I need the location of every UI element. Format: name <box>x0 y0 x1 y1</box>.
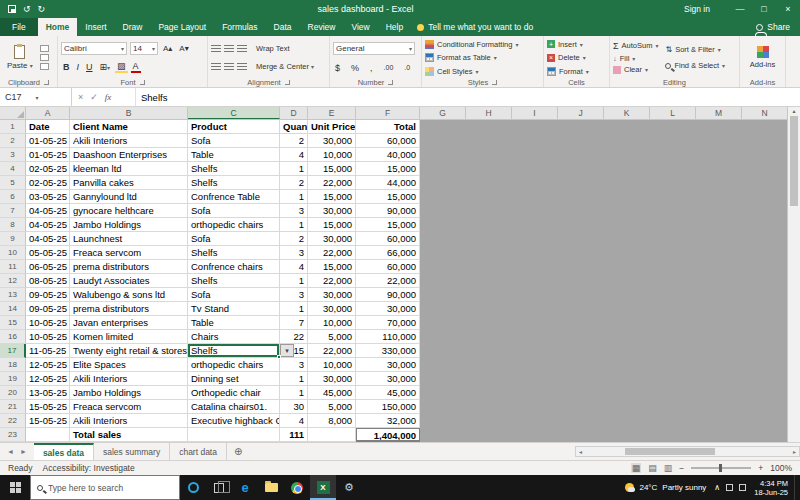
cell-B15[interactable]: Javan enterprises <box>70 316 188 330</box>
ribbon-tab-review[interactable]: Review <box>300 18 344 36</box>
cell-A9[interactable]: 04-05-25 <box>26 232 70 246</box>
select-all-corner[interactable] <box>0 107 26 119</box>
cell-B14[interactable]: prema distributors <box>70 302 188 316</box>
zoom-level[interactable]: 100% <box>770 463 792 473</box>
cell-F17[interactable]: 330,000 <box>356 344 420 358</box>
cell-D2[interactable]: 2 <box>280 134 308 148</box>
font-dialog-launcher[interactable] <box>140 80 145 85</box>
cell-D13[interactable]: 3 <box>280 288 308 302</box>
cell-B23[interactable]: Total sales <box>70 428 188 442</box>
addins-button[interactable]: Add-ins <box>750 60 775 69</box>
cell-F11[interactable]: 60,000 <box>356 260 420 274</box>
column-header-C[interactable]: C <box>188 107 280 119</box>
cell-B13[interactable]: Walubengo & sons ltd <box>70 288 188 302</box>
cortana-button[interactable] <box>180 475 206 500</box>
cell-A3[interactable]: 01-05-25 <box>26 148 70 162</box>
row-header-5[interactable]: 5 <box>0 176 26 190</box>
addins-icon[interactable] <box>757 46 769 58</box>
weather-widget[interactable]: 24°C Partly sunny <box>625 483 706 492</box>
page-layout-view-icon[interactable]: ▤ <box>648 463 657 473</box>
cell-C5[interactable]: Shelfs <box>188 176 280 190</box>
cell-B4[interactable]: kleeman ltd <box>70 162 188 176</box>
cell-F15[interactable]: 70,000 <box>356 316 420 330</box>
sort-filter-button[interactable]: ⇅Sort & Filter▾ <box>665 45 725 54</box>
taskbar-search-box[interactable]: Type here to search <box>30 475 180 500</box>
share-button[interactable]: Share <box>756 22 800 32</box>
cell-C18[interactable]: orthopedic chairs <box>188 358 280 372</box>
align-center-icon[interactable] <box>224 63 234 71</box>
row-header-2[interactable]: 2 <box>0 134 26 148</box>
column-header-D[interactable]: D <box>280 107 308 119</box>
cell-B11[interactable]: prema distributors <box>70 260 188 274</box>
cancel-icon[interactable]: × <box>78 92 83 102</box>
name-box-dropdown-icon[interactable]: ▾ <box>36 94 39 101</box>
cell-E7[interactable]: 30,000 <box>308 204 356 218</box>
cell-D9[interactable]: 2 <box>280 232 308 246</box>
cell-D3[interactable]: 4 <box>280 148 308 162</box>
cell-C8[interactable]: orthopedic chairs <box>188 218 280 232</box>
cell-C13[interactable]: Sofa <box>188 288 280 302</box>
cell-B5[interactable]: Panvilla cakes <box>70 176 188 190</box>
volume-icon[interactable] <box>739 484 746 491</box>
column-header-M[interactable]: M <box>696 107 742 119</box>
row-header-7[interactable]: 7 <box>0 204 26 218</box>
cell-E10[interactable]: 22,000 <box>308 246 356 260</box>
cell-D23[interactable]: 111 <box>280 428 308 442</box>
vertical-scrollbar[interactable]: ▴ <box>787 107 800 442</box>
cell-E18[interactable]: 10,000 <box>308 358 356 372</box>
cell-C2[interactable]: Sofa <box>188 134 280 148</box>
normal-view-icon[interactable]: ▦ <box>631 463 642 473</box>
cell-C19[interactable]: Dinning set <box>188 372 280 386</box>
ribbon-tab-file[interactable]: File <box>0 18 38 36</box>
ribbon-tab-draw[interactable]: Draw <box>115 18 151 36</box>
column-header-N[interactable]: N <box>742 107 788 119</box>
cell-C4[interactable]: Shelfs <box>188 162 280 176</box>
ribbon-tab-help[interactable]: Help <box>378 18 411 36</box>
cell-B3[interactable]: Daashoon Enterprises <box>70 148 188 162</box>
cell-B20[interactable]: Jambo Holdings <box>70 386 188 400</box>
clipboard-dialog-launcher[interactable] <box>44 80 49 85</box>
percent-format-icon[interactable]: % <box>349 63 361 73</box>
cell-D21[interactable]: 30 <box>280 400 308 414</box>
cell-A5[interactable]: 02-05-25 <box>26 176 70 190</box>
decrease-decimal-icon[interactable]: .0 <box>402 64 412 71</box>
zoom-out-icon[interactable]: − <box>679 463 684 473</box>
column-header-J[interactable]: J <box>558 107 604 119</box>
cell-E2[interactable]: 30,000 <box>308 134 356 148</box>
row-header-10[interactable]: 10 <box>0 246 26 260</box>
taskbar-clock[interactable]: 4:34 PM 18-Jun-25 <box>754 479 794 497</box>
cell-C16[interactable]: Chairs <box>188 330 280 344</box>
cell-B16[interactable]: Komen limited <box>70 330 188 344</box>
page-break-view-icon[interactable]: ▥ <box>664 463 673 473</box>
cell-E15[interactable]: 10,000 <box>308 316 356 330</box>
network-icon[interactable] <box>726 484 733 491</box>
zoom-in-icon[interactable]: + <box>758 463 763 473</box>
cell-B2[interactable]: Akili Interiors <box>70 134 188 148</box>
find-select-button[interactable]: Find & Select▾ <box>665 61 725 70</box>
align-middle-icon[interactable] <box>224 45 234 53</box>
cell-F4[interactable]: 15,000 <box>356 162 420 176</box>
cell-A12[interactable]: 08-05-25 <box>26 274 70 288</box>
cell-B10[interactable]: Freaca servcom <box>70 246 188 260</box>
cell-A10[interactable]: 05-05-25 <box>26 246 70 260</box>
ribbon-tab-page-layout[interactable]: Page Layout <box>150 18 214 36</box>
align-bottom-icon[interactable] <box>237 45 247 53</box>
row-header-3[interactable]: 3 <box>0 148 26 162</box>
number-format-select[interactable]: General▾ <box>333 42 415 55</box>
sheet-tab-sales-summary[interactable]: sales summary <box>94 443 170 460</box>
cell-C3[interactable]: Table <box>188 148 280 162</box>
ribbon-tab-data[interactable]: Data <box>266 18 300 36</box>
insert-function-icon[interactable]: fx <box>105 92 112 102</box>
cell-D6[interactable]: 1 <box>280 190 308 204</box>
cell-E17[interactable]: 22,000 <box>308 344 356 358</box>
row-header-21[interactable]: 21 <box>0 400 26 414</box>
cell-F5[interactable]: 44,000 <box>356 176 420 190</box>
cell-C20[interactable]: Orthopedic chair <box>188 386 280 400</box>
minimize-button[interactable]: — <box>728 0 752 18</box>
column-header-G[interactable]: G <box>420 107 466 119</box>
row-header-6[interactable]: 6 <box>0 190 26 204</box>
cell-B8[interactable]: Jambo Holdings <box>70 218 188 232</box>
chrome-button[interactable] <box>284 475 310 500</box>
cell-E21[interactable]: 5,000 <box>308 400 356 414</box>
cell-A18[interactable]: 12-05-25 <box>26 358 70 372</box>
